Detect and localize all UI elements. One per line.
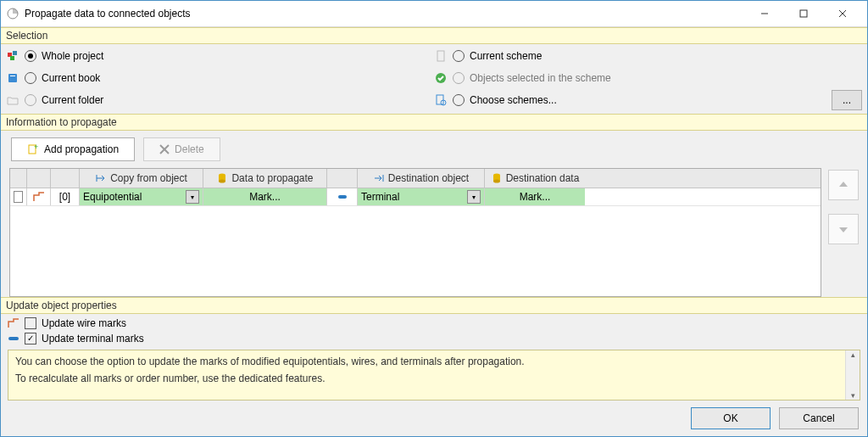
dialog-window: Propagate data to connected objects Sele…: [0, 0, 868, 437]
database-icon: [216, 172, 228, 184]
col-copy-from-label: Copy from object: [110, 172, 187, 184]
cell-data-to-prop[interactable]: Mark...: [203, 188, 327, 205]
cell-dest-obj-value: Terminal: [361, 191, 399, 203]
ellipsis-label: ...: [843, 94, 851, 106]
ok-button[interactable]: OK: [691, 407, 771, 429]
delete-button[interactable]: Delete: [143, 137, 220, 161]
col-dest-obj[interactable]: Destination object: [358, 169, 485, 188]
col-type: [27, 169, 51, 188]
label-whole-project: Whole project: [42, 50, 103, 62]
radio-current-book[interactable]: [25, 72, 36, 84]
col-dest-data[interactable]: Destination data: [485, 169, 585, 188]
scroll-up-icon[interactable]: ▴: [851, 350, 855, 359]
svg-rect-8: [8, 74, 17, 82]
scroll-down-icon[interactable]: ▾: [851, 391, 855, 400]
window-buttons: [745, 2, 862, 25]
row-index: [0]: [51, 188, 80, 205]
svg-point-22: [219, 180, 225, 183]
close-button[interactable]: [823, 2, 862, 25]
add-icon: +: [27, 143, 39, 155]
label-current-folder: Current folder: [42, 94, 103, 106]
cancel-button[interactable]: Cancel: [779, 407, 859, 429]
update-header: Update object properties: [1, 297, 867, 314]
col-data-to-prop[interactable]: Data to propagate: [203, 169, 327, 188]
cancel-label: Cancel: [803, 412, 834, 424]
label-objects-selected: Objects selected in the scheme: [470, 72, 611, 84]
svg-rect-7: [10, 56, 14, 60]
label-choose-schemes: Choose schemes...: [470, 94, 557, 106]
grid-header: Copy from object Data to propagate Desti…: [10, 169, 821, 188]
information-header: Information to propagate: [1, 114, 867, 131]
cell-copy-from[interactable]: Equipotential ▾: [80, 188, 203, 205]
col-checkbox: [10, 169, 27, 188]
row-type-icon: [27, 188, 51, 205]
reorder-arrows: [828, 168, 859, 290]
cell-dest-icon: [327, 188, 358, 205]
move-up-button[interactable]: [828, 170, 859, 200]
minimize-button[interactable]: [745, 2, 784, 25]
arrow-right-end-icon: [373, 172, 385, 184]
wire-icon: [8, 318, 19, 328]
project-icon: [6, 49, 19, 63]
dialog-footer: OK Cancel: [1, 401, 867, 436]
col-index: [51, 169, 80, 188]
info-notice: You can choose the option to update the …: [8, 350, 860, 401]
label-terminal-marks: Update terminal marks: [42, 333, 144, 345]
ok-label: OK: [723, 412, 737, 424]
svg-rect-9: [10, 76, 15, 76]
svg-text:+: +: [34, 143, 38, 151]
choose-schemes-browse-button[interactable]: ...: [832, 90, 862, 110]
svg-point-27: [493, 180, 500, 183]
add-propagation-label: Add propagation: [44, 143, 119, 155]
svg-rect-10: [437, 51, 444, 61]
checkbox-terminal-marks[interactable]: [25, 333, 36, 345]
dropdown-icon[interactable]: ▾: [467, 190, 481, 204]
notice-scrollbar[interactable]: ▴▾: [845, 350, 860, 400]
label-wire-marks: Update wire marks: [42, 317, 126, 329]
notice-line1: You can choose the option to update the …: [15, 356, 853, 367]
cell-copy-from-value: Equipotential: [83, 191, 142, 203]
document-icon: [434, 49, 448, 63]
book-icon: [6, 71, 19, 85]
radio-objects-selected: [453, 72, 465, 84]
app-icon: [6, 7, 19, 20]
add-propagation-button[interactable]: + Add propagation: [11, 137, 135, 161]
radio-current-folder[interactable]: [25, 94, 36, 106]
svg-rect-28: [338, 195, 347, 199]
cell-dest-data-value: Mark...: [520, 191, 551, 203]
col-dest-obj-label: Destination object: [388, 172, 469, 184]
delete-icon: [159, 144, 170, 154]
col-dest-data-label: Destination data: [506, 172, 580, 184]
cell-dest-obj[interactable]: Terminal ▾: [358, 188, 485, 205]
cell-data-to-prop-value: Mark...: [249, 191, 281, 203]
label-current-scheme: Current scheme: [470, 50, 542, 62]
label-current-book: Current book: [42, 72, 100, 84]
col-spacer: [327, 169, 358, 188]
database-icon: [491, 172, 503, 184]
cell-dest-data[interactable]: Mark...: [485, 188, 585, 205]
titlebar: Propagate data to connected objects: [1, 1, 867, 27]
col-copy-from[interactable]: Copy from object: [80, 169, 203, 188]
search-document-icon: [434, 93, 448, 107]
propagation-grid[interactable]: Copy from object Data to propagate Desti…: [9, 168, 821, 297]
radio-choose-schemes[interactable]: [453, 94, 465, 106]
check-icon: [434, 71, 448, 85]
col-data-to-prop-label: Data to propagate: [231, 172, 313, 184]
delete-label: Delete: [175, 143, 204, 155]
svg-rect-2: [800, 10, 807, 17]
svg-rect-12: [437, 95, 443, 104]
update-area: Update wire marks Update terminal marks: [1, 314, 867, 350]
notice-line2: To recalculate all marks or order number…: [15, 373, 853, 384]
info-area: + Add propagation Delete Copy from objec…: [1, 131, 867, 297]
radio-current-scheme[interactable]: [453, 50, 465, 62]
dropdown-icon[interactable]: ▾: [186, 190, 199, 204]
row-checkbox[interactable]: [10, 188, 27, 205]
maximize-button[interactable]: [784, 2, 823, 25]
window-title: Propagate data to connected objects: [25, 8, 745, 20]
table-row[interactable]: [0] Equipotential ▾ Mark... Terminal ▾ M: [10, 188, 821, 206]
checkbox-wire-marks[interactable]: [25, 317, 36, 329]
grid-wrap: Copy from object Data to propagate Desti…: [1, 168, 867, 297]
svg-rect-29: [8, 337, 19, 340]
move-down-button[interactable]: [828, 214, 859, 244]
radio-whole-project[interactable]: [25, 50, 36, 62]
